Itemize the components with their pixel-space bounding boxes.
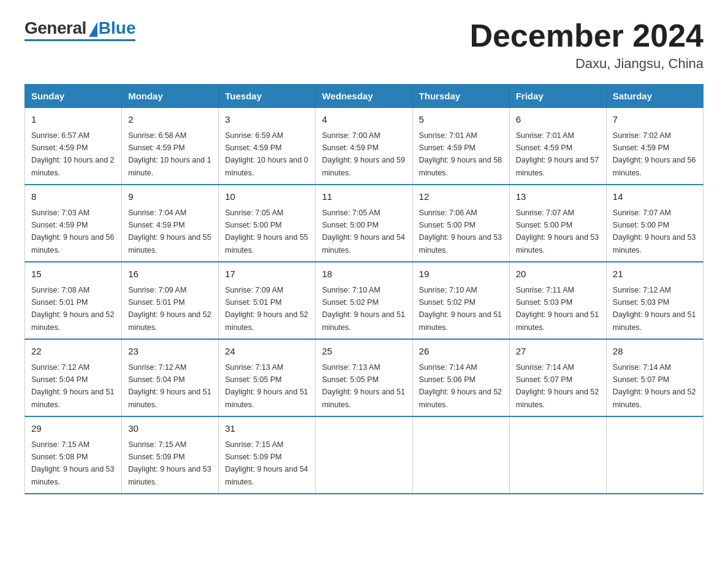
calendar-cell: 25 Sunrise: 7:13 AMSunset: 5:05 PMDaylig… (316, 339, 412, 416)
calendar-cell: 3 Sunrise: 6:59 AMSunset: 4:59 PMDayligh… (219, 108, 316, 185)
logo-general-text: General (25, 18, 86, 38)
calendar-cell (316, 416, 412, 494)
day-number: 30 (128, 422, 212, 436)
day-number: 21 (613, 267, 697, 282)
day-info: Sunrise: 7:07 AMSunset: 5:00 PMDaylight:… (516, 209, 599, 255)
day-number: 31 (225, 422, 309, 436)
week-row-3: 15 Sunrise: 7:08 AMSunset: 5:01 PMDaylig… (25, 262, 703, 339)
calendar-cell: 23 Sunrise: 7:12 AMSunset: 5:04 PMDaylig… (122, 339, 219, 416)
calendar-cell: 10 Sunrise: 7:05 AMSunset: 5:00 PMDaylig… (219, 185, 316, 262)
day-info: Sunrise: 7:10 AMSunset: 5:02 PMDaylight:… (419, 286, 502, 332)
day-info: Sunrise: 6:57 AMSunset: 4:59 PMDaylight:… (31, 131, 115, 177)
calendar-cell: 31 Sunrise: 7:15 AMSunset: 5:09 PMDaylig… (219, 416, 316, 494)
calendar-cell (509, 416, 606, 494)
day-info: Sunrise: 7:05 AMSunset: 5:00 PMDaylight:… (322, 209, 405, 255)
day-info: Sunrise: 7:05 AMSunset: 5:00 PMDaylight:… (225, 209, 308, 255)
day-number: 12 (419, 190, 503, 204)
day-info: Sunrise: 7:10 AMSunset: 5:02 PMDaylight:… (322, 286, 405, 332)
week-row-2: 8 Sunrise: 7:03 AMSunset: 4:59 PMDayligh… (25, 185, 703, 262)
day-info: Sunrise: 7:11 AMSunset: 5:03 PMDaylight:… (516, 286, 599, 332)
day-number: 10 (225, 190, 309, 204)
day-number: 3 (225, 113, 309, 127)
day-number: 22 (31, 345, 115, 359)
calendar-cell: 16 Sunrise: 7:09 AMSunset: 5:01 PMDaylig… (122, 262, 219, 339)
day-number: 20 (516, 267, 600, 282)
day-number: 7 (613, 113, 697, 127)
day-number: 14 (613, 190, 697, 204)
week-row-4: 22 Sunrise: 7:12 AMSunset: 5:04 PMDaylig… (25, 339, 703, 416)
day-info: Sunrise: 7:12 AMSunset: 5:04 PMDaylight:… (128, 363, 211, 409)
day-number: 2 (128, 113, 212, 127)
day-number: 9 (128, 190, 212, 204)
title-block: December 2024 Daxu, Jiangsu, China (469, 18, 703, 72)
calendar-cell: 19 Sunrise: 7:10 AMSunset: 5:02 PMDaylig… (412, 262, 509, 339)
day-info: Sunrise: 7:01 AMSunset: 4:59 PMDaylight:… (419, 131, 502, 177)
day-number: 11 (322, 190, 406, 204)
calendar-cell: 29 Sunrise: 7:15 AMSunset: 5:08 PMDaylig… (25, 416, 122, 494)
page-header: General Blue December 2024 Daxu, Jiangsu… (25, 18, 703, 72)
logo: General Blue (25, 18, 135, 41)
day-info: Sunrise: 7:09 AMSunset: 5:01 PMDaylight:… (225, 286, 308, 332)
calendar-cell: 1 Sunrise: 6:57 AMSunset: 4:59 PMDayligh… (25, 108, 122, 185)
day-info: Sunrise: 6:58 AMSunset: 4:59 PMDaylight:… (128, 131, 211, 177)
calendar-cell: 6 Sunrise: 7:01 AMSunset: 4:59 PMDayligh… (509, 108, 606, 185)
day-number: 19 (419, 267, 503, 282)
day-info: Sunrise: 7:07 AMSunset: 5:00 PMDaylight:… (613, 209, 696, 255)
header-friday: Friday (509, 85, 606, 108)
day-info: Sunrise: 7:00 AMSunset: 4:59 PMDaylight:… (322, 131, 405, 177)
calendar-cell: 15 Sunrise: 7:08 AMSunset: 5:01 PMDaylig… (25, 262, 122, 339)
calendar-cell: 22 Sunrise: 7:12 AMSunset: 5:04 PMDaylig… (25, 339, 122, 416)
day-number: 28 (613, 345, 697, 359)
calendar-cell: 26 Sunrise: 7:14 AMSunset: 5:06 PMDaylig… (412, 339, 509, 416)
day-number: 27 (516, 345, 600, 359)
calendar-cell: 11 Sunrise: 7:05 AMSunset: 5:00 PMDaylig… (316, 185, 412, 262)
day-number: 4 (322, 113, 406, 127)
header-tuesday: Tuesday (219, 85, 316, 108)
day-info: Sunrise: 7:09 AMSunset: 5:01 PMDaylight:… (128, 286, 211, 332)
calendar-cell (606, 416, 703, 494)
logo-blue-text: Blue (99, 18, 136, 38)
day-info: Sunrise: 7:03 AMSunset: 4:59 PMDaylight:… (31, 209, 115, 255)
header-saturday: Saturday (606, 85, 703, 108)
header-sunday: Sunday (25, 85, 122, 108)
calendar-header: SundayMondayTuesdayWednesdayThursdayFrid… (25, 85, 703, 108)
header-row: SundayMondayTuesdayWednesdayThursdayFrid… (25, 85, 703, 108)
day-info: Sunrise: 7:15 AMSunset: 5:08 PMDaylight:… (31, 440, 115, 486)
calendar-cell: 9 Sunrise: 7:04 AMSunset: 4:59 PMDayligh… (122, 185, 219, 262)
day-info: Sunrise: 7:15 AMSunset: 5:09 PMDaylight:… (128, 440, 211, 486)
calendar-cell: 4 Sunrise: 7:00 AMSunset: 4:59 PMDayligh… (316, 108, 412, 185)
page-subtitle: Daxu, Jiangsu, China (469, 56, 703, 72)
day-number: 5 (419, 113, 503, 127)
day-number: 6 (516, 113, 600, 127)
day-number: 1 (31, 113, 115, 127)
week-row-5: 29 Sunrise: 7:15 AMSunset: 5:08 PMDaylig… (25, 416, 703, 494)
header-wednesday: Wednesday (316, 85, 412, 108)
day-number: 15 (31, 267, 115, 282)
week-row-1: 1 Sunrise: 6:57 AMSunset: 4:59 PMDayligh… (25, 108, 703, 185)
calendar-cell: 2 Sunrise: 6:58 AMSunset: 4:59 PMDayligh… (122, 108, 219, 185)
day-number: 18 (322, 267, 406, 282)
calendar-cell: 17 Sunrise: 7:09 AMSunset: 5:01 PMDaylig… (219, 262, 316, 339)
calendar-cell: 12 Sunrise: 7:06 AMSunset: 5:00 PMDaylig… (412, 185, 509, 262)
calendar-cell: 21 Sunrise: 7:12 AMSunset: 5:03 PMDaylig… (606, 262, 703, 339)
day-info: Sunrise: 7:13 AMSunset: 5:05 PMDaylight:… (322, 363, 405, 409)
page-title: December 2024 (469, 18, 703, 53)
day-info: Sunrise: 7:06 AMSunset: 5:00 PMDaylight:… (419, 209, 502, 255)
day-info: Sunrise: 7:01 AMSunset: 4:59 PMDaylight:… (516, 131, 599, 177)
day-info: Sunrise: 7:13 AMSunset: 5:05 PMDaylight:… (225, 363, 308, 409)
calendar-cell (412, 416, 509, 494)
day-info: Sunrise: 6:59 AMSunset: 4:59 PMDaylight:… (225, 131, 308, 177)
day-info: Sunrise: 7:04 AMSunset: 4:59 PMDaylight:… (128, 209, 211, 255)
day-number: 13 (516, 190, 600, 204)
header-monday: Monday (122, 85, 219, 108)
header-thursday: Thursday (412, 85, 509, 108)
day-info: Sunrise: 7:08 AMSunset: 5:01 PMDaylight:… (31, 286, 115, 332)
calendar-cell: 14 Sunrise: 7:07 AMSunset: 5:00 PMDaylig… (606, 185, 703, 262)
calendar-cell: 28 Sunrise: 7:14 AMSunset: 5:07 PMDaylig… (606, 339, 703, 416)
day-info: Sunrise: 7:14 AMSunset: 5:07 PMDaylight:… (516, 363, 599, 409)
calendar-cell: 7 Sunrise: 7:02 AMSunset: 4:59 PMDayligh… (606, 108, 703, 185)
day-number: 24 (225, 345, 309, 359)
calendar-cell: 27 Sunrise: 7:14 AMSunset: 5:07 PMDaylig… (509, 339, 606, 416)
day-number: 25 (322, 345, 406, 359)
calendar-cell: 5 Sunrise: 7:01 AMSunset: 4:59 PMDayligh… (412, 108, 509, 185)
